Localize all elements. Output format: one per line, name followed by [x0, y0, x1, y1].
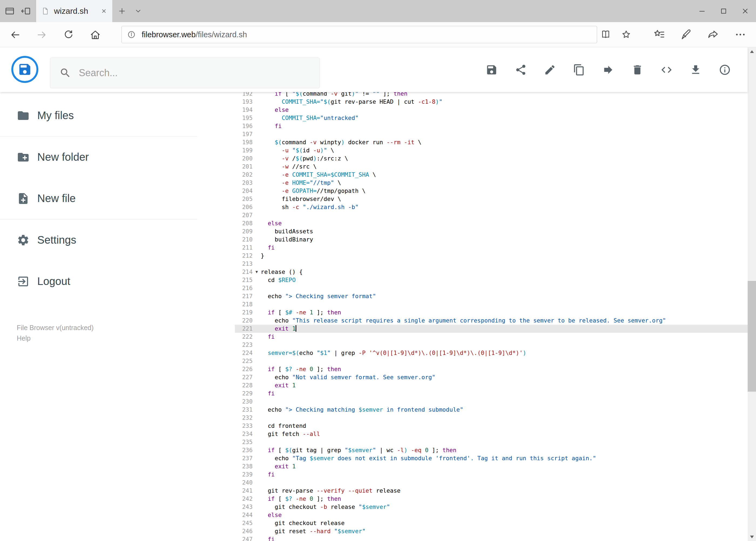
code-line-196[interactable]: 196 fi	[197, 122, 748, 130]
code-line-220[interactable]: 220 echo "This release script requires a…	[197, 316, 748, 325]
code-line-226[interactable]: 226 if [ $? -ne 0 ]; then	[197, 365, 748, 373]
home-button[interactable]	[88, 28, 102, 42]
code-line-201[interactable]: 201 -w //src \	[197, 163, 748, 171]
code-line-222[interactable]: 222 fi	[197, 333, 748, 341]
code-line-206[interactable]: 206 sh -c "./wizard.sh -b"	[197, 203, 748, 211]
maximize-button[interactable]	[713, 0, 734, 22]
code-line-243[interactable]: 243 git checkout -b release "$semver"	[197, 503, 748, 511]
code-line-211[interactable]: 211 fi	[197, 244, 748, 252]
code-line-242[interactable]: 242 if [ $? -ne 0 ]; then	[197, 495, 748, 503]
code-line-231[interactable]: 231 echo "> Checking matching $semver in…	[197, 406, 748, 414]
code-line-238[interactable]: 238 exit 1	[197, 462, 748, 470]
tab-preview-button[interactable]	[3, 5, 16, 18]
code-line-197[interactable]: 197	[197, 130, 748, 138]
code-line-225[interactable]: 225	[197, 357, 748, 365]
sidebar-item-new-folder[interactable]: New folder	[0, 136, 197, 178]
code-line-192[interactable]: 192 if [ "$(command -v git)" != "" ]; th…	[197, 92, 748, 98]
code-line-195[interactable]: 195 COMMIT_SHA="untracked"	[197, 114, 748, 122]
code-line-218[interactable]: 218	[197, 300, 748, 308]
share-button-browser[interactable]	[707, 29, 719, 41]
code-line-212[interactable]: 212}	[197, 252, 748, 260]
search-box[interactable]	[50, 58, 320, 88]
page-scrollbar[interactable]	[748, 47, 756, 541]
code-line-247[interactable]: 247 fi	[197, 535, 748, 541]
scroll-down-button[interactable]	[748, 533, 756, 541]
code-line-221[interactable]: 221 exit 1	[197, 325, 748, 333]
scroll-up-button[interactable]	[748, 47, 756, 56]
code-line-216[interactable]: 216	[197, 284, 748, 292]
search-input[interactable]	[79, 67, 300, 79]
code-line-244[interactable]: 244 else	[197, 511, 748, 519]
code-line-234[interactable]: 234 git fetch --all	[197, 430, 748, 438]
site-info-icon[interactable]	[127, 30, 136, 39]
code-line-237[interactable]: 237 echo "Tag $semver does not exist in …	[197, 454, 748, 462]
code-line-208[interactable]: 208 else	[197, 219, 748, 228]
code-editor[interactable]: 192 if [ "$(command -v git)" != "" ]; th…	[197, 92, 748, 541]
code-line-213[interactable]: 213	[197, 260, 748, 268]
move-button[interactable]	[602, 64, 614, 76]
refresh-button[interactable]	[62, 28, 76, 42]
copy-button[interactable]	[573, 64, 585, 76]
code-line-245[interactable]: 245 git checkout release	[197, 519, 748, 527]
code-line-194[interactable]: 194 else	[197, 106, 748, 114]
minimize-button[interactable]	[691, 0, 713, 22]
code-line-204[interactable]: 204 -e GOPATH=//tmp/gopath \	[197, 187, 748, 195]
tab-list-chevron-button[interactable]	[132, 5, 145, 18]
more-button[interactable]	[734, 29, 746, 41]
code-line-228[interactable]: 228 exit 1	[197, 381, 748, 389]
address-bar[interactable]: filebrowser.web/files/wizard.sh	[122, 26, 597, 43]
code-line-200[interactable]: 200 -v /$(pwd):/src:z \	[197, 155, 748, 163]
code-line-227[interactable]: 227 echo "Not valid semver format. See s…	[197, 373, 748, 381]
code-line-240[interactable]: 240	[197, 479, 748, 487]
close-tab-icon[interactable]	[101, 8, 108, 15]
code-line-233[interactable]: 233 cd frontend	[197, 422, 748, 430]
code-line-205[interactable]: 205 filebrowser/dev \	[197, 195, 748, 203]
code-line-223[interactable]: 223	[197, 341, 748, 349]
hub-button[interactable]	[653, 29, 665, 41]
filebrowser-logo[interactable]	[11, 56, 38, 83]
info-button[interactable]	[719, 64, 731, 76]
code-line-219[interactable]: 219 if [ $# -ne 1 ]; then	[197, 308, 748, 316]
favorite-button[interactable]	[620, 29, 632, 41]
new-tab-button[interactable]	[116, 5, 128, 18]
sidebar-item-logout[interactable]: Logout	[0, 261, 197, 302]
code-line-224[interactable]: 224 semver=$(echo "$1" | grep -P '^v(0|[…	[197, 349, 748, 357]
fold-marker-icon[interactable]: ▾	[253, 268, 261, 276]
code-line-229[interactable]: 229 fi	[197, 389, 748, 397]
web-note-button[interactable]	[680, 29, 692, 41]
code-line-198[interactable]: 198 $(command -v winpty) docker run --rm…	[197, 138, 748, 146]
code-line-235[interactable]: 235	[197, 438, 748, 446]
code-line-193[interactable]: 193 COMMIT_SHA="$(git rev-parse HEAD | c…	[197, 98, 748, 106]
browser-tab[interactable]: wizard.sh	[36, 0, 112, 22]
save-button[interactable]	[486, 64, 498, 76]
code-line-203[interactable]: 203 -e HOME="//tmp" \	[197, 179, 748, 187]
tabs-aside-button[interactable]	[19, 5, 32, 18]
code-line-214[interactable]: 214▾release () {	[197, 268, 748, 276]
sidebar-item-settings[interactable]: Settings	[0, 219, 197, 261]
code-view-button[interactable]	[660, 64, 672, 76]
close-button[interactable]	[734, 0, 756, 22]
code-line-209[interactable]: 209 buildAssets	[197, 228, 748, 236]
forward-button[interactable]	[35, 28, 49, 42]
code-line-230[interactable]: 230	[197, 397, 748, 406]
code-line-239[interactable]: 239 fi	[197, 470, 748, 479]
code-line-202[interactable]: 202 -e COMMIT_SHA=$COMMIT_SHA \	[197, 171, 748, 179]
code-line-236[interactable]: 236 if [ $(git tag | grep "$semver" | wc…	[197, 446, 748, 454]
share-button[interactable]	[515, 64, 527, 76]
code-line-210[interactable]: 210 buildBinary	[197, 236, 748, 244]
code-line-199[interactable]: 199 -u "$(id -u)" \	[197, 146, 748, 155]
code-line-241[interactable]: 241 git rev-parse --verify --quiet relea…	[197, 487, 748, 495]
code-line-232[interactable]: 232	[197, 414, 748, 422]
sidebar-item-new-file[interactable]: New file	[0, 178, 197, 219]
back-button[interactable]	[8, 28, 22, 42]
code-line-215[interactable]: 215 cd $REPO	[197, 276, 748, 284]
delete-button[interactable]	[631, 64, 643, 76]
code-line-246[interactable]: 246 git reset --hard "$semver"	[197, 527, 748, 535]
help-link[interactable]: Help	[17, 333, 197, 343]
reading-view-button[interactable]	[600, 29, 612, 41]
sidebar-item-my-files[interactable]: My files	[0, 95, 197, 136]
download-button[interactable]	[690, 64, 702, 76]
code-line-217[interactable]: 217 echo "> Checking semver format"	[197, 292, 748, 300]
code-line-207[interactable]: 207	[197, 211, 748, 219]
scrollbar-thumb[interactable]	[748, 281, 756, 392]
